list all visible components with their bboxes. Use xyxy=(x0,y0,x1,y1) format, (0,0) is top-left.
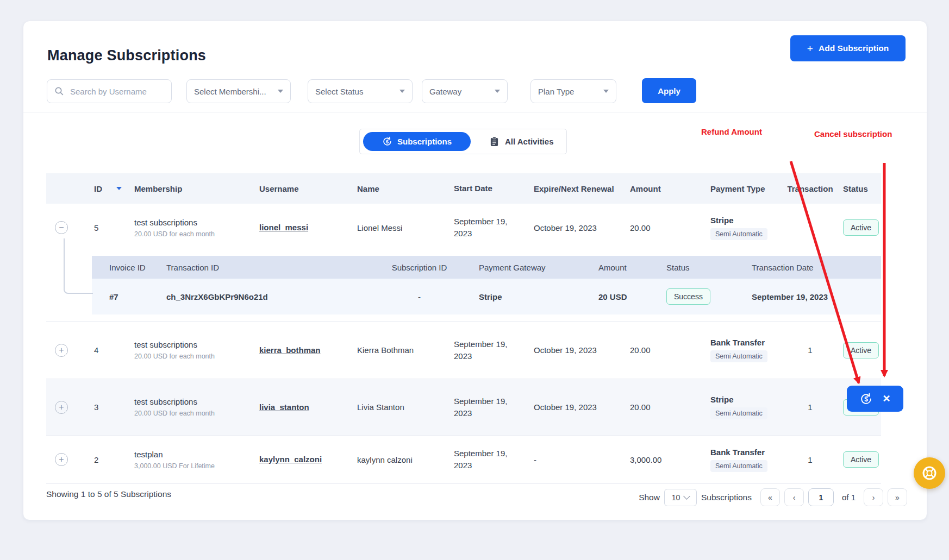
per-page-select[interactable]: 10 xyxy=(664,489,697,506)
membership-select[interactable]: Select Membershi... xyxy=(186,79,291,103)
svg-text:$: $ xyxy=(386,139,389,144)
gateway-select[interactable]: Gateway xyxy=(422,79,508,103)
payment-mode-badge: Semi Automatic xyxy=(710,460,767,472)
collapse-row-button[interactable]: − xyxy=(55,221,68,234)
show-label: Show xyxy=(639,493,660,502)
plan-type-select[interactable]: Plan Type xyxy=(530,79,616,103)
cell-id: 5 xyxy=(89,223,128,232)
subscriptions-table: ID Membership Username Name Start Date E… xyxy=(46,173,881,484)
username-link[interactable]: kierra_bothman xyxy=(259,345,321,355)
payment-mode-badge: Semi Automatic xyxy=(710,228,767,240)
cell-amount: 20.00 xyxy=(622,402,703,412)
cell-start-date: September 19, 2023 xyxy=(446,395,526,419)
invoice-col-amount: Amount xyxy=(595,263,663,272)
cancel-subscription-button[interactable]: ✕ xyxy=(882,394,890,404)
plus-icon: + xyxy=(807,43,813,54)
gateway-value: Stripe xyxy=(472,292,595,301)
cell-id: 3 xyxy=(89,402,128,412)
col-header-membership: Membership xyxy=(128,184,252,193)
prev-page-button[interactable]: ‹ xyxy=(784,488,804,506)
col-header-amount: Amount xyxy=(622,184,703,193)
col-header-payment-type: Payment Type xyxy=(703,184,782,193)
cell-expire: October 19, 2023 xyxy=(526,223,622,232)
payment-mode-badge: Semi Automatic xyxy=(710,350,767,362)
expanded-row-connector-line xyxy=(64,238,93,294)
cell-transaction: 1 xyxy=(782,455,839,464)
cell-amount: 3,000.00 xyxy=(622,455,703,464)
status-badge: Active xyxy=(843,342,879,358)
expand-row-button[interactable]: + xyxy=(55,453,68,466)
invoice-col-transaction-id: Transaction ID xyxy=(163,263,366,272)
subscriptions-refresh-dollar-icon: $ xyxy=(382,136,392,147)
refund-button[interactable]: $ xyxy=(859,392,873,406)
gateway-select-label: Gateway xyxy=(429,87,461,96)
table-header-row: ID Membership Username Name Start Date E… xyxy=(46,173,881,204)
invoice-date-value: September 19, 2023 xyxy=(747,292,881,301)
col-header-transaction: Transaction xyxy=(782,184,839,193)
username-link[interactable]: livia_stanton xyxy=(259,402,309,412)
chevron-down-icon xyxy=(603,90,609,93)
username-link[interactable]: kaylynn_calzoni xyxy=(259,455,322,464)
cancel-annotation: Cancel subscription xyxy=(814,129,892,139)
apply-button[interactable]: Apply xyxy=(642,78,696,103)
current-page-input[interactable]: 1 xyxy=(808,488,834,506)
tab-subscriptions[interactable]: $ Subscriptions xyxy=(363,132,471,151)
membership-select-label: Select Membershi... xyxy=(194,87,266,96)
cell-membership: test subscriptions 20.00 USD for each mo… xyxy=(128,397,252,417)
first-page-button[interactable]: « xyxy=(760,488,780,506)
manage-subscriptions-card: Manage Subscriptions + Add Subscription … xyxy=(23,21,927,520)
invoice-row: #7 ch_3NrzX6GbKPr9N6o21d - Stripe 20 USD… xyxy=(92,279,881,314)
cell-membership: testplan 3,000.00 USD For Lifetime xyxy=(128,450,252,470)
status-select[interactable]: Select Status xyxy=(308,79,413,103)
col-header-start-date: Start Date xyxy=(446,183,526,194)
invoice-col-date: Transaction Date xyxy=(747,263,881,272)
invoice-status-badge: Success xyxy=(666,288,710,305)
page-title: Manage Subscriptions xyxy=(47,47,206,64)
subscription-id-value: - xyxy=(366,292,472,301)
sort-caret-icon[interactable] xyxy=(116,187,122,190)
username-link[interactable]: lionel_messi xyxy=(259,223,308,232)
plan-type-select-label: Plan Type xyxy=(538,87,574,96)
header-divider xyxy=(23,112,927,112)
invoice-sub-table: Invoice ID Transaction ID Subscription I… xyxy=(92,256,881,314)
per-page-unit: Subscriptions xyxy=(701,493,752,502)
expand-row-button[interactable]: + xyxy=(55,344,68,357)
invoice-id-value: #7 xyxy=(92,292,163,301)
svg-text:$: $ xyxy=(865,395,869,402)
cell-transaction: 1 xyxy=(782,402,839,412)
showing-summary: Showing 1 to 5 of 5 Subscriptions xyxy=(46,489,171,499)
cell-name: Lionel Messi xyxy=(349,223,446,232)
search-icon xyxy=(54,86,64,96)
clipboard-icon xyxy=(490,136,499,147)
help-fab-button[interactable] xyxy=(914,457,945,489)
col-header-id[interactable]: ID xyxy=(89,184,128,193)
pagination-bar: Show 10 Subscriptions « ‹ 1 of 1 › » xyxy=(639,488,907,506)
cell-name: Kierra Bothman xyxy=(349,345,446,355)
cell-expire: October 19, 2023 xyxy=(526,402,622,412)
last-page-button[interactable]: » xyxy=(888,488,907,506)
payment-mode-badge: Semi Automatic xyxy=(710,407,767,419)
tab-all-activities-label: All Activities xyxy=(505,137,553,146)
invoice-header-row: Invoice ID Transaction ID Subscription I… xyxy=(92,256,881,279)
chevron-down-icon xyxy=(683,493,690,500)
refund-annotation: Refund Amount xyxy=(701,127,762,136)
invoice-col-invoice-id: Invoice ID xyxy=(92,263,163,272)
chevron-down-icon xyxy=(278,90,283,93)
status-select-label: Select Status xyxy=(315,87,363,96)
cell-payment-type: Stripe Semi Automatic xyxy=(703,395,782,419)
expand-row-button[interactable]: + xyxy=(55,401,68,414)
life-ring-icon xyxy=(921,464,938,482)
invoice-col-gateway: Payment Gateway xyxy=(472,263,595,272)
add-subscription-button[interactable]: + Add Subscription xyxy=(790,35,906,61)
search-box[interactable] xyxy=(47,79,172,103)
view-tabs: $ Subscriptions All Activities xyxy=(359,129,567,154)
table-row: + 3 test subscriptions 20.00 USD for eac… xyxy=(46,379,881,435)
invoice-col-subscription-id: Subscription ID xyxy=(366,263,472,272)
cell-name: Livia Stanton xyxy=(349,402,446,412)
search-input[interactable] xyxy=(69,86,164,97)
next-page-button[interactable]: › xyxy=(864,488,883,506)
tab-all-activities[interactable]: All Activities xyxy=(490,136,553,147)
cell-start-date: September 19, 2023 xyxy=(446,216,526,240)
cell-expire: October 19, 2023 xyxy=(526,345,622,355)
row-actions-overlay: $ ✕ xyxy=(847,386,903,412)
